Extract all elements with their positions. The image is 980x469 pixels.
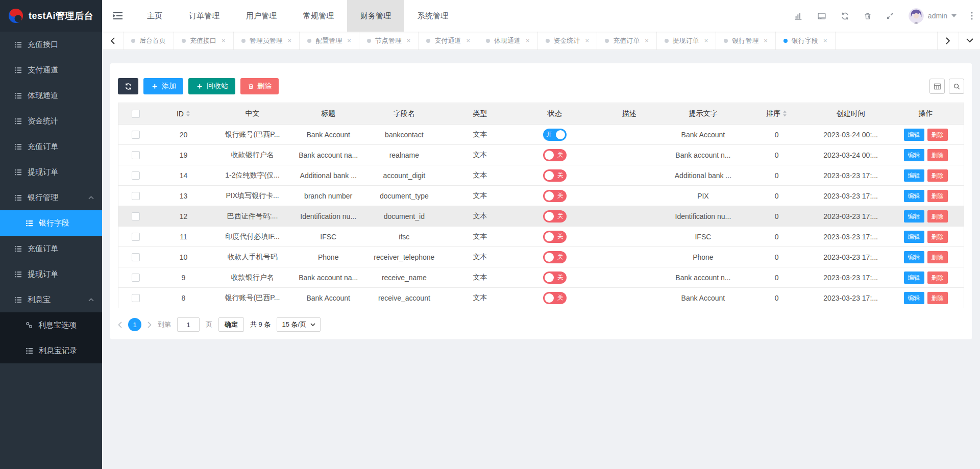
status-toggle[interactable]: 关 <box>543 271 567 284</box>
edit-button[interactable]: 编辑 <box>904 190 924 202</box>
close-icon[interactable]: × <box>704 37 708 44</box>
sidebar-item-[interactable]: 支付通道 <box>0 57 102 83</box>
search-icon[interactable] <box>949 79 964 94</box>
close-icon[interactable]: × <box>347 37 351 44</box>
current-page[interactable]: 1 <box>128 318 141 331</box>
sidebar-item-[interactable]: 资金统计 <box>0 108 102 134</box>
delete-row-button[interactable]: 删除 <box>927 292 948 304</box>
row-checkbox[interactable] <box>132 294 140 302</box>
tab-4[interactable]: 节点管理× <box>359 32 419 50</box>
collapse-sidebar-icon[interactable] <box>102 0 134 32</box>
confirm-page-button[interactable]: 确定 <box>218 317 244 332</box>
delete-row-button[interactable]: 删除 <box>927 251 948 263</box>
sort-icon[interactable] <box>186 110 190 117</box>
delete-row-button[interactable]: 删除 <box>927 190 948 202</box>
edit-button[interactable]: 编辑 <box>904 149 924 161</box>
prev-page-icon[interactable] <box>118 322 122 328</box>
close-icon[interactable]: × <box>764 37 768 44</box>
tab-10[interactable]: 银行管理× <box>716 32 776 50</box>
close-icon[interactable]: × <box>645 37 649 44</box>
refresh-button[interactable] <box>118 78 138 94</box>
refresh-icon[interactable] <box>841 12 849 20</box>
tab-0[interactable]: 后台首页 <box>124 32 174 50</box>
topnav-item-3[interactable]: 常规管理 <box>290 0 347 32</box>
sidebar-item-[interactable]: 提现订单 <box>0 261 102 287</box>
edit-button[interactable]: 编辑 <box>904 129 924 141</box>
delete-row-button[interactable]: 删除 <box>927 271 948 284</box>
tab-1[interactable]: 充值接口× <box>174 32 234 50</box>
tab-6[interactable]: 体现通道× <box>478 32 538 50</box>
row-checkbox[interactable] <box>132 253 140 261</box>
row-checkbox[interactable] <box>132 212 140 220</box>
sort-icon[interactable] <box>782 110 787 117</box>
topnav-item-0[interactable]: 主页 <box>134 0 176 32</box>
edit-button[interactable]: 编辑 <box>904 231 924 243</box>
card-icon[interactable] <box>817 12 826 20</box>
edit-button[interactable]: 编辑 <box>904 271 924 284</box>
status-toggle[interactable]: 关 <box>543 251 567 263</box>
delete-row-button[interactable]: 删除 <box>927 169 948 182</box>
tab-2[interactable]: 管理员管理× <box>234 32 300 50</box>
edit-button[interactable]: 编辑 <box>904 210 924 223</box>
trash-icon[interactable] <box>864 12 872 20</box>
topnav-item-4[interactable]: 财务管理 <box>347 0 404 32</box>
delete-row-button[interactable]: 删除 <box>927 149 948 161</box>
tab-11[interactable]: 银行字段× <box>776 32 836 50</box>
next-page-icon[interactable] <box>148 322 152 328</box>
tabs-scroll-left-icon[interactable] <box>102 32 124 50</box>
status-toggle[interactable]: 关 <box>543 210 567 223</box>
close-icon[interactable]: × <box>407 37 411 44</box>
edit-button[interactable]: 编辑 <box>904 169 924 182</box>
delete-row-button[interactable]: 删除 <box>927 129 948 141</box>
select-all-checkbox[interactable] <box>132 110 140 118</box>
tab-8[interactable]: 充值订单× <box>597 32 657 50</box>
row-checkbox[interactable] <box>132 131 140 139</box>
status-toggle[interactable]: 关 <box>543 169 567 182</box>
add-button[interactable]: ＋ 添加 <box>143 78 183 94</box>
status-toggle[interactable]: 关 <box>543 190 567 202</box>
tab-7[interactable]: 资金统计× <box>538 32 598 50</box>
status-toggle[interactable]: 关 <box>543 292 567 304</box>
more-menu-icon[interactable] <box>971 12 973 20</box>
sidebar-item-[interactable]: 充值接口 <box>0 32 102 57</box>
status-toggle[interactable]: 开 <box>543 129 567 141</box>
sidebar-item-[interactable]: 利息宝 <box>0 287 102 312</box>
topnav-item-5[interactable]: 系统管理 <box>404 0 461 32</box>
close-icon[interactable]: × <box>526 37 530 44</box>
edit-button[interactable]: 编辑 <box>904 251 924 263</box>
sidebar-subitem-[interactable]: 利息宝记录 <box>0 338 102 363</box>
close-icon[interactable]: × <box>222 37 226 44</box>
topnav-item-2[interactable]: 用户管理 <box>233 0 290 32</box>
chart-icon[interactable] <box>794 12 803 20</box>
recycle-bin-button[interactable]: ＋ 回收站 <box>188 78 235 94</box>
sidebar-item-[interactable]: 充值订单 <box>0 236 102 261</box>
tab-5[interactable]: 支付通道× <box>419 32 478 50</box>
status-toggle[interactable]: 关 <box>543 231 567 243</box>
sidebar-subitem-active[interactable]: 银行字段 <box>0 210 102 236</box>
sidebar-item-[interactable]: 体现通道 <box>0 83 102 108</box>
close-icon[interactable]: × <box>823 37 827 44</box>
sidebar-subitem-[interactable]: 利息宝选项 <box>0 312 102 338</box>
row-checkbox[interactable] <box>132 171 140 180</box>
sidebar-item-[interactable]: 提现订单 <box>0 159 102 185</box>
goto-page-input[interactable] <box>177 317 200 332</box>
row-checkbox[interactable] <box>132 274 140 282</box>
sidebar-item-[interactable]: 银行管理 <box>0 185 102 210</box>
tab-3[interactable]: 配置管理× <box>300 32 359 50</box>
status-toggle[interactable]: 关 <box>543 149 567 161</box>
row-checkbox[interactable] <box>132 151 140 159</box>
close-icon[interactable]: × <box>466 37 470 44</box>
delete-button[interactable]: 删除 <box>240 78 279 94</box>
edit-button[interactable]: 编辑 <box>904 292 924 304</box>
close-icon[interactable]: × <box>585 37 590 44</box>
tabs-scroll-right-icon[interactable] <box>937 32 959 50</box>
close-icon[interactable]: × <box>288 37 292 44</box>
fullscreen-icon[interactable] <box>886 12 894 20</box>
topnav-item-1[interactable]: 订单管理 <box>176 0 233 32</box>
page-size-select[interactable]: 15 条/页 <box>277 317 321 332</box>
columns-filter-icon[interactable] <box>929 79 945 94</box>
delete-row-button[interactable]: 删除 <box>927 231 948 243</box>
admin-menu[interactable]: admin <box>909 8 957 23</box>
row-checkbox[interactable] <box>132 192 140 200</box>
delete-row-button[interactable]: 删除 <box>927 210 948 223</box>
